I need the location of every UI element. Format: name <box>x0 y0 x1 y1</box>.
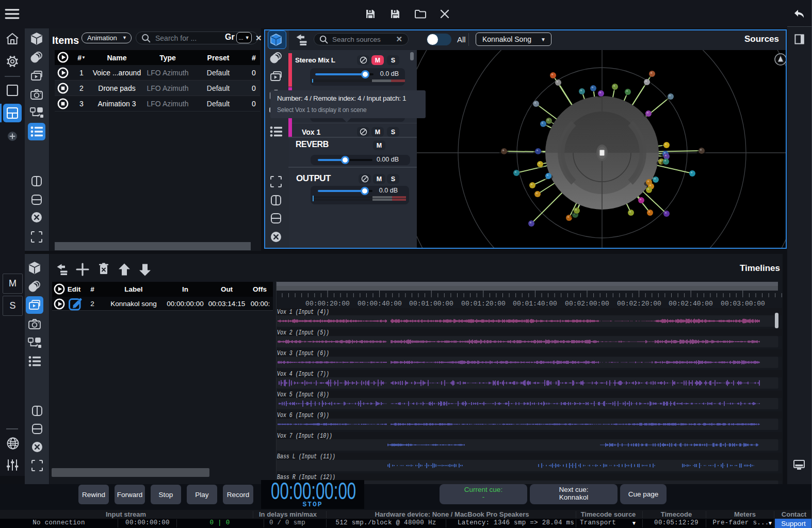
svg-text:Vox 3 (Input (6)): Vox 3 (Input (6)) <box>277 349 329 357</box>
svg-text:Vox 7 (Input (10)): Vox 7 (Input (10)) <box>277 432 332 440</box>
svg-text:00:01:40:00: 00:01:40:00 <box>513 300 557 308</box>
svg-text:Vox 4 (Input (7)): Vox 4 (Input (7)) <box>277 370 329 378</box>
svg-text:00:01:20:00: 00:01:20:00 <box>461 300 506 308</box>
svg-text:Vox 6 (Input (9)): Vox 6 (Input (9)) <box>277 411 329 419</box>
svg-text:00:03:00:00: 00:03:00:00 <box>721 300 765 308</box>
svg-text:00:02:20:00: 00:02:20:00 <box>617 300 661 308</box>
svg-text:Bass L (Input (11)): Bass L (Input (11)) <box>277 453 335 460</box>
svg-text:Vox 2 (Input (5)): Vox 2 (Input (5)) <box>277 329 329 337</box>
svg-text:00:00:20:00: 00:00:20:00 <box>305 300 350 308</box>
svg-text:00:01:00:00: 00:01:00:00 <box>409 300 453 308</box>
svg-text:00:02:40:00: 00:02:40:00 <box>669 300 713 308</box>
svg-text:00:00:40:00: 00:00:40:00 <box>358 300 402 308</box>
svg-text:00:02:00:00: 00:02:00:00 <box>565 300 609 308</box>
svg-text:Vox 5 (Input (8)): Vox 5 (Input (8)) <box>277 391 329 398</box>
svg-text:Vox 1 (Input (4)): Vox 1 (Input (4)) <box>277 308 329 316</box>
